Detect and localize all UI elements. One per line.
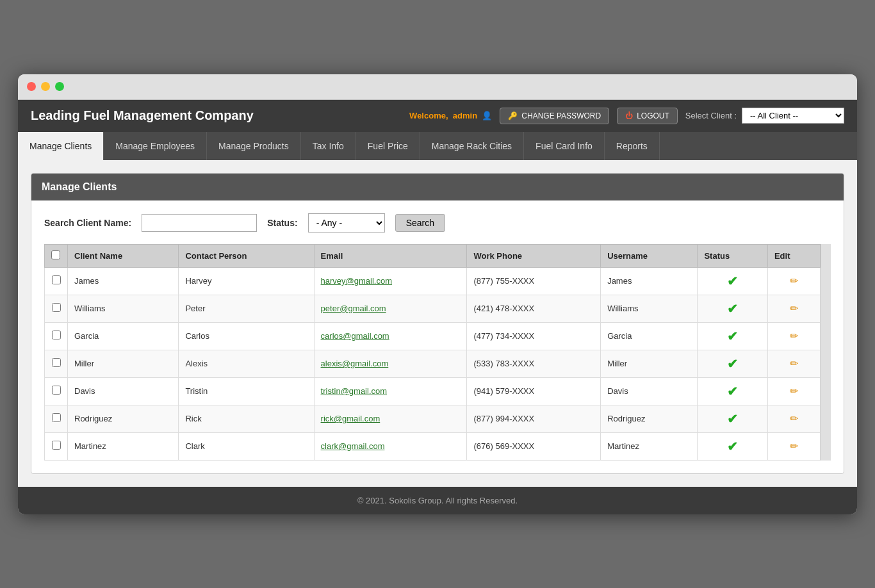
- close-button[interactable]: [27, 82, 36, 91]
- logout-button[interactable]: ⏻ LOGOUT: [617, 108, 678, 124]
- email-link[interactable]: carlos@gmail.com: [321, 331, 389, 341]
- nav-fuel-price[interactable]: Fuel Price: [356, 132, 420, 160]
- row-contact-person: Alexis: [179, 350, 314, 377]
- nav-manage-products[interactable]: Manage Products: [207, 132, 301, 160]
- app-title: Leading Fuel Management Company: [31, 108, 254, 123]
- user-icon: 👤: [482, 111, 492, 120]
- row-client-name: Davis: [68, 377, 179, 405]
- key-icon: 🔑: [508, 111, 518, 120]
- main-window: Leading Fuel Management Company Welcome,…: [18, 74, 857, 514]
- minimize-button[interactable]: [41, 82, 50, 91]
- row-work-phone: (477) 734-XXXX: [467, 322, 601, 350]
- status-select[interactable]: - Any - Active Inactive: [308, 213, 385, 233]
- row-work-phone: (421) 478-XXXX: [467, 295, 601, 322]
- row-work-phone: (941) 579-XXXX: [467, 377, 601, 405]
- row-username: Williams: [601, 295, 698, 322]
- col-contact-person: Contact Person: [179, 244, 314, 267]
- col-work-phone: Work Phone: [467, 244, 601, 267]
- row-client-name: Williams: [68, 295, 179, 322]
- search-button[interactable]: Search: [395, 214, 445, 232]
- client-select[interactable]: -- All Client --: [742, 108, 844, 124]
- row-select-checkbox[interactable]: [52, 303, 61, 312]
- row-work-phone: (533) 783-XXXX: [467, 350, 601, 377]
- row-username: Rodriguez: [601, 405, 698, 432]
- row-client-name: Martinez: [68, 432, 179, 460]
- search-client-input[interactable]: [142, 214, 257, 232]
- row-email: alexis@gmail.com: [314, 350, 467, 377]
- status-check-icon: ✔: [727, 357, 738, 371]
- row-contact-person: Carlos: [179, 322, 314, 350]
- col-status: Status: [698, 244, 768, 267]
- footer: © 2021. Sokolis Group. All rights Reserv…: [18, 487, 857, 514]
- edit-pencil-icon[interactable]: ✏: [790, 331, 798, 341]
- row-checkbox: [45, 322, 68, 350]
- select-client-container: Select Client : -- All Client --: [685, 108, 844, 124]
- email-link[interactable]: alexis@gmail.com: [321, 359, 389, 368]
- email-link[interactable]: peter@gmail.com: [321, 304, 386, 313]
- welcome-text: Welcome, admin 👤: [409, 111, 492, 120]
- row-select-checkbox[interactable]: [52, 413, 61, 422]
- col-username: Username: [601, 244, 698, 267]
- nav-manage-employees[interactable]: Manage Employees: [104, 132, 207, 160]
- status-check-icon: ✔: [727, 302, 738, 316]
- welcome-prefix: Welcome,: [409, 111, 448, 120]
- nav-fuel-card-info[interactable]: Fuel Card Info: [524, 132, 605, 160]
- row-select-checkbox[interactable]: [52, 441, 61, 450]
- edit-pencil-icon[interactable]: ✏: [790, 441, 798, 452]
- row-checkbox: [45, 432, 68, 460]
- nav-manage-clients[interactable]: Manage Clients: [18, 132, 104, 160]
- row-work-phone: (877) 755-XXXX: [467, 267, 601, 295]
- select-all-checkbox[interactable]: [51, 250, 60, 259]
- row-select-checkbox[interactable]: [52, 386, 61, 395]
- table-row: Miller Alexis alexis@gmail.com (533) 783…: [45, 350, 821, 377]
- logout-label: LOGOUT: [637, 111, 669, 120]
- nav-manage-rack-cities[interactable]: Manage Rack Cities: [420, 132, 524, 160]
- row-username: James: [601, 267, 698, 295]
- row-email: harvey@gmail.com: [314, 267, 467, 295]
- email-link[interactable]: tristin@gmail.com: [321, 386, 388, 396]
- nav-reports[interactable]: Reports: [605, 132, 660, 160]
- app-header: Leading Fuel Management Company Welcome,…: [18, 100, 857, 132]
- table-row: James Harvey harvey@gmail.com (877) 755-…: [45, 267, 821, 295]
- email-link[interactable]: rick@gmail.com: [321, 414, 380, 423]
- row-client-name: Miller: [68, 350, 179, 377]
- edit-pencil-icon[interactable]: ✏: [790, 358, 798, 369]
- nav-tax-info[interactable]: Tax Info: [301, 132, 356, 160]
- row-checkbox: [45, 405, 68, 432]
- row-username: Martinez: [601, 432, 698, 460]
- row-edit: ✏: [767, 322, 820, 350]
- search-client-label: Search Client Name:: [44, 218, 131, 228]
- edit-pencil-icon[interactable]: ✏: [790, 303, 798, 314]
- row-checkbox: [45, 377, 68, 405]
- change-password-button[interactable]: 🔑 CHANGE PASSWORD: [500, 108, 609, 124]
- row-status: ✔: [698, 267, 768, 295]
- col-checkbox: [45, 244, 68, 267]
- scrollbar[interactable]: [821, 244, 831, 461]
- row-contact-person: Rick: [179, 405, 314, 432]
- edit-pencil-icon[interactable]: ✏: [790, 386, 798, 396]
- maximize-button[interactable]: [55, 82, 64, 91]
- row-edit: ✏: [767, 377, 820, 405]
- status-check-icon: ✔: [727, 439, 738, 453]
- status-check-icon: ✔: [727, 412, 738, 426]
- row-edit: ✏: [767, 405, 820, 432]
- edit-pencil-icon[interactable]: ✏: [790, 413, 798, 424]
- col-client-name: Client Name: [68, 244, 179, 267]
- row-select-checkbox[interactable]: [52, 358, 61, 367]
- navbar: Manage Clients Manage Employees Manage P…: [18, 132, 857, 160]
- row-work-phone: (676) 569-XXXX: [467, 432, 601, 460]
- row-status: ✔: [698, 295, 768, 322]
- row-select-checkbox[interactable]: [52, 331, 61, 339]
- row-client-name: Rodriguez: [68, 405, 179, 432]
- row-edit: ✏: [767, 267, 820, 295]
- row-contact-person: Peter: [179, 295, 314, 322]
- email-link[interactable]: clark@gmail.com: [321, 441, 385, 451]
- row-client-name: Garcia: [68, 322, 179, 350]
- edit-pencil-icon[interactable]: ✏: [790, 275, 798, 286]
- row-select-checkbox[interactable]: [52, 275, 61, 284]
- col-email: Email: [314, 244, 467, 267]
- email-link[interactable]: harvey@gmail.com: [321, 276, 392, 286]
- row-status: ✔: [698, 322, 768, 350]
- search-bar: Search Client Name: Status: - Any - Acti…: [44, 213, 831, 233]
- row-status: ✔: [698, 405, 768, 432]
